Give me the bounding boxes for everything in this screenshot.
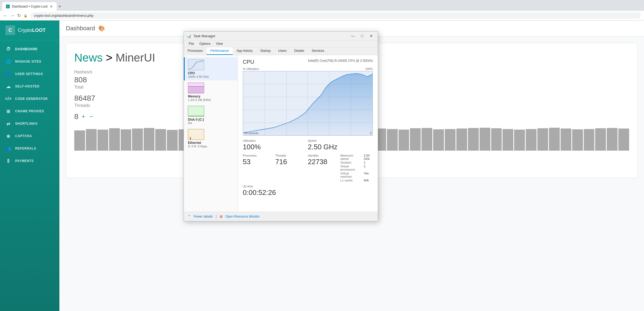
cpu-line-chart [243, 71, 373, 136]
task-manager-icon: 📊 [187, 34, 191, 38]
minimize-button[interactable]: — [349, 33, 357, 39]
payments-icon: ₿ [5, 158, 11, 164]
task-manager-footer: ⌃ Fewer details | ⊘ Open Resource Monito… [184, 212, 378, 221]
cpu-panel: CPU Intel(R) Core(TM) i5-2400S CPU @ 2.5… [238, 55, 378, 212]
chart-bar [480, 128, 490, 151]
processes-value: 53 [243, 158, 275, 166]
ethernet-resource-name: Ethernet [188, 141, 234, 145]
tab-close-btn[interactable]: ✕ [50, 4, 53, 9]
resource-disk[interactable]: Disk 0 (C:) 0% [184, 104, 238, 127]
chart-bar [155, 129, 166, 151]
cpu-graph: 60 seconds 0 [243, 71, 373, 136]
menu-options[interactable]: Options [197, 41, 213, 46]
main-content: Dashboard 🎨 News > MinerUI Hashes/s 808 … [59, 21, 644, 311]
tab-app-history[interactable]: App history [233, 47, 257, 55]
details-block: Maximum speed: 2.50 GHz Sockets: 1 Virtu… [340, 154, 373, 182]
utilization-block: Utilization 100% [243, 139, 308, 151]
uptime-value: 0:00:52:26 [243, 188, 373, 197]
tab-users[interactable]: Users [274, 47, 290, 55]
back-button[interactable]: ← [3, 13, 8, 18]
chart-bar [468, 128, 479, 151]
svg-marker-2 [243, 73, 373, 136]
thread-count: 8 [74, 112, 79, 121]
thread-increase-button[interactable]: + [81, 113, 86, 120]
address-input[interactable] [30, 12, 641, 19]
self-hosted-icon: ☁ [5, 83, 11, 89]
sockets-label: Sockets: [340, 161, 356, 164]
tab-performance[interactable]: Performance [207, 47, 233, 55]
page-title: Dashboard [66, 25, 95, 32]
task-manager-window: 📊 Task Manager — □ ✕ File Options View P… [184, 31, 378, 221]
tab-bar: C Dashboard • Crypto-Loot ✕ + [0, 0, 644, 11]
handles-label: Handles [308, 154, 340, 157]
logo-text: CryptoLOOT [18, 28, 46, 33]
manage-sites-icon: 🌐 [5, 59, 11, 65]
sidebar-item-shortlinks[interactable]: ⇄ SHORTLINKS [0, 117, 59, 130]
max-speed-label: Maximum speed: [340, 154, 356, 160]
menu-view[interactable]: View [213, 41, 226, 46]
tab-processes[interactable]: Processes [184, 47, 207, 55]
chart-bar [607, 128, 618, 151]
task-manager-body: CPU 100% 2.50 GHz Memory 1.2/2.0 GB (60%… [184, 55, 378, 212]
browser-chrome: C Dashboard • Crypto-Loot ✕ + ← → ↻ 🔒 [0, 0, 644, 21]
maximize-button[interactable]: □ [358, 33, 366, 39]
sidebar-label-shortlinks: SHORTLINKS [15, 122, 38, 126]
sidebar-nav: ⏱ DASHBOARD 🌐 MANAGE SITES 👤 USER SETTIN… [0, 40, 59, 311]
sidebar-item-self-hosted[interactable]: ☁ SELF-HOSTED [0, 80, 59, 93]
new-tab-button[interactable]: + [58, 4, 61, 9]
footer-separator: | [215, 214, 217, 219]
resource-memory[interactable]: Memory 1.2/2.0 GB (60%) [184, 80, 238, 104]
chart-bar [433, 129, 444, 151]
tab-details[interactable]: Details [291, 47, 308, 55]
graph-y-label: % Utilization [243, 67, 259, 70]
chart-bar [491, 128, 502, 151]
fewer-details-link[interactable]: Fewer details [194, 215, 213, 218]
sidebar-item-referrals[interactable]: 👥 REFERRALS [0, 142, 59, 155]
sidebar-item-manage-sites[interactable]: 🌐 MANAGE SITES [0, 55, 59, 68]
referrals-icon: 👥 [5, 146, 11, 151]
sidebar-item-user-settings[interactable]: 👤 USER SETTINGS [0, 68, 59, 80]
browser-tab[interactable]: C Dashboard • Crypto-Loot ✕ [2, 2, 57, 11]
refresh-button[interactable]: ↻ [17, 13, 21, 18]
threads-count-value: 716 [275, 158, 308, 166]
speed-block: Speed 2.50 GHz [308, 139, 373, 151]
chart-bar [422, 128, 432, 151]
disk-resource-name: Disk 0 (C:) [188, 118, 234, 121]
sidebar-item-cname-proxies[interactable]: ⊞ CNAME PROXIES [0, 105, 59, 117]
dashboard-icon: ⏱ [5, 46, 11, 52]
cpu-counts-row: Processes 53 Threads 716 Handles 22738 [243, 154, 373, 182]
chart-bar [86, 129, 97, 151]
graph-zero-label: 0 [370, 132, 372, 135]
task-manager-tabs: Processes Performance App history Startu… [184, 47, 378, 55]
open-resource-monitor-link[interactable]: Open Resource Monitor [225, 215, 260, 218]
speed-label: Speed [308, 139, 373, 142]
menu-file[interactable]: File [186, 41, 197, 46]
sidebar-label-self-hosted: SELF-HOSTED [15, 84, 39, 88]
chart-bar [456, 129, 467, 151]
cpu-header: CPU Intel(R) Core(TM) i5-2400S CPU @ 2.5… [243, 59, 373, 65]
resource-ethernet[interactable]: Ethernet S: 0 R: 0 Kbps [184, 127, 238, 150]
resource-monitor-icon: ⊘ [220, 214, 223, 219]
graph-pct-label: 100% [365, 67, 373, 70]
chart-bar [503, 129, 513, 151]
sidebar-item-captcha[interactable]: ⊗ CAPTCHA [0, 130, 59, 142]
resource-cpu[interactable]: CPU 100% 2.50 GHz [184, 57, 238, 80]
chart-bar [445, 129, 456, 151]
close-button[interactable]: ✕ [367, 33, 375, 39]
tab-startup[interactable]: Startup [257, 47, 275, 55]
chart-bar [514, 130, 525, 151]
tab-services[interactable]: Services [308, 47, 328, 55]
sidebar-item-code-generator[interactable]: </> CODE GENERATOR [0, 93, 59, 105]
tab-title: Dashboard • Crypto-Loot [12, 5, 48, 8]
sidebar-item-dashboard[interactable]: ⏱ DASHBOARD [0, 43, 59, 55]
l1-cache-label: L1 cache: [340, 179, 356, 182]
chart-bar [549, 128, 560, 151]
thread-decrease-button[interactable]: − [88, 113, 94, 120]
sidebar-item-payments[interactable]: ₿ PAYMENTS [0, 155, 59, 167]
forward-button[interactable]: → [10, 13, 15, 18]
chart-bar [97, 130, 108, 151]
threads-block: Threads 716 [275, 154, 308, 182]
disk-mini-graph [188, 106, 204, 117]
processes-label: Processes [243, 154, 275, 157]
virt-proc-value: 2 [364, 165, 373, 171]
